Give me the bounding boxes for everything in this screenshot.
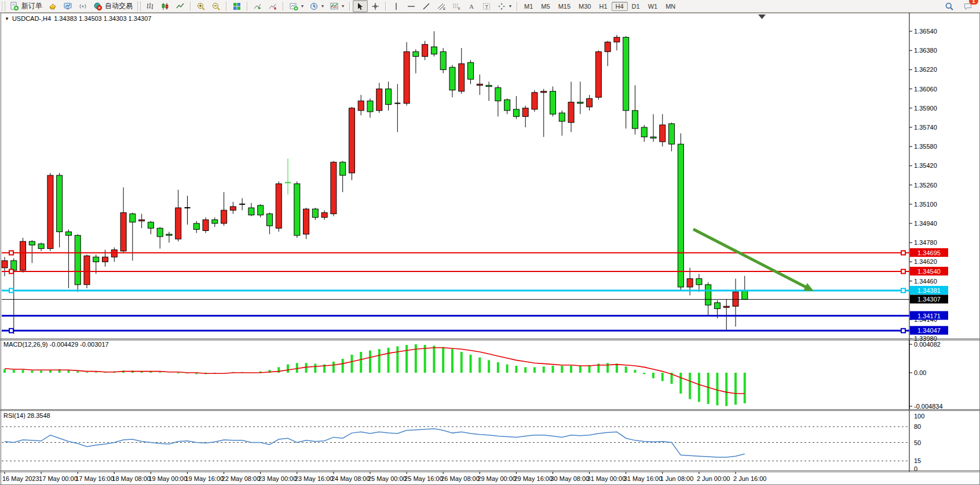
fibonacci-tool-button[interactable]: F — [449, 0, 464, 12]
price-axis-tick-label: 1.34780 — [914, 239, 937, 246]
one-click-trading-collapse-icon[interactable]: ▼ — [5, 16, 9, 21]
candle-body — [331, 162, 337, 214]
tile-windows-icon — [232, 2, 242, 11]
candle-body — [541, 91, 547, 93]
candle-body — [248, 208, 254, 215]
candle-body — [75, 236, 81, 285]
timeframe-button-M15[interactable]: M15 — [554, 2, 575, 11]
virtual-hosting-button[interactable] — [60, 0, 75, 12]
time-axis-label: 19 May 00:00 — [148, 475, 187, 482]
candle-body — [687, 278, 693, 287]
chart-shift-button[interactable] — [265, 0, 280, 12]
timeframe-button-D1[interactable]: D1 — [628, 2, 644, 11]
line-chart-button[interactable] — [173, 0, 188, 12]
timeframe-button-M30[interactable]: M30 — [575, 2, 595, 11]
candle-body — [367, 101, 373, 112]
chart-window[interactable]: 1.365401.363801.362201.360601.359001.357… — [0, 13, 980, 485]
candle-body — [532, 93, 537, 109]
rsi-indicator-label: RSI(14) 28.3548 — [3, 412, 50, 419]
candle-body — [568, 102, 574, 122]
timeframe-button-H1[interactable]: H1 — [595, 2, 611, 11]
clock-icon — [309, 2, 319, 11]
time-axis-label: 2 Jun 00:00 — [697, 475, 730, 482]
time-axis-label: 25 May 00:00 — [368, 475, 407, 482]
cursor-tool-button[interactable] — [353, 0, 368, 12]
search-button[interactable] — [942, 0, 957, 12]
auto-scroll-button[interactable] — [250, 0, 265, 12]
tile-windows-button[interactable] — [229, 0, 244, 12]
price-axis-tick-label: 1.34460 — [914, 278, 937, 285]
price-axis-tick-label: 1.35420 — [914, 162, 937, 169]
cursor-icon — [356, 2, 365, 11]
candle-body — [103, 257, 108, 262]
periods-button[interactable]: ▾ — [306, 0, 327, 12]
candle-body — [577, 102, 583, 103]
text-tool-button[interactable]: A — [464, 0, 479, 12]
trendline-tool-button[interactable] — [419, 0, 434, 12]
candle-body — [595, 52, 601, 97]
price-chart-canvas[interactable]: 1.365401.363801.362201.360601.359001.357… — [0, 13, 980, 485]
macd-indicator-label: MACD(12,26,9) -0.004429 -0.003017 — [3, 341, 109, 348]
fibonacci-icon: F — [452, 2, 461, 11]
candle-body — [11, 260, 17, 270]
timeframe-button-MN[interactable]: MN — [661, 2, 679, 11]
zoom-in-icon — [196, 2, 206, 11]
equidistant-channel-tool-button[interactable]: E — [434, 0, 449, 12]
new-chart-button[interactable]: ▾ — [286, 0, 306, 12]
timeframe-button-W1[interactable]: W1 — [644, 2, 662, 11]
price-axis-tick-label: 1.35740 — [914, 124, 937, 131]
timeframe-button-H4[interactable]: H4 — [612, 2, 628, 11]
vertical-line-tool-button[interactable] — [389, 0, 404, 12]
algo-trading-button[interactable]: 自动交易 — [90, 0, 136, 12]
zoom-in-button[interactable] — [193, 0, 209, 12]
rsi-axis-label: 15 — [914, 457, 921, 464]
line-handle[interactable] — [9, 288, 13, 292]
signals-button[interactable] — [75, 0, 90, 12]
arrows-icon — [497, 2, 506, 11]
indicators-button[interactable]: ▾ — [327, 0, 347, 12]
line-handle[interactable] — [901, 251, 905, 255]
line-handle[interactable] — [901, 288, 905, 292]
horizontal-line-tool-button[interactable] — [404, 0, 419, 12]
text-label-tool-button[interactable]: T — [479, 0, 494, 12]
candle-body — [139, 220, 145, 221]
candle-body — [312, 209, 318, 218]
candlestick-chart-button[interactable] — [158, 0, 173, 12]
mt-terminal-window: 新订单 — [0, 0, 980, 485]
new-order-button[interactable]: 新订单 — [7, 0, 45, 12]
macd-axis-label: -0.004834 — [914, 403, 943, 410]
vps-monitor-icon — [63, 2, 72, 11]
time-axis-label: 29 May 16:00 — [514, 475, 553, 482]
line-handle[interactable] — [901, 270, 905, 274]
notification-count-badge: 1 — [969, 0, 978, 5]
line-handle[interactable] — [9, 251, 13, 255]
line-handle[interactable] — [901, 329, 905, 333]
trendline-icon — [422, 2, 431, 11]
toolbar-right-group: 1 — [942, 0, 980, 12]
toolbar-separator — [190, 2, 191, 11]
line-handle[interactable] — [9, 329, 13, 333]
toolbar-grip[interactable] — [137, 2, 141, 11]
candle-body — [614, 37, 620, 42]
main-toolbar: 新订单 — [0, 0, 980, 13]
line-handle[interactable] — [9, 270, 13, 274]
candle-body — [221, 210, 227, 223]
timeframe-button-M1[interactable]: M1 — [520, 2, 537, 11]
price-axis-tick-label: 1.36540 — [914, 28, 937, 35]
zoom-out-button[interactable] — [209, 0, 224, 12]
crosshair-tool-button[interactable] — [368, 0, 383, 12]
chart-symbol-period: USDCAD-,H4 — [12, 15, 51, 22]
depth-of-market-button[interactable] — [45, 0, 60, 12]
candle-body — [57, 175, 63, 232]
timeframe-button-M5[interactable]: M5 — [537, 2, 554, 11]
candle-body — [349, 108, 354, 173]
time-axis-label: 1 Jun 08:00 — [660, 475, 694, 482]
toolbar-grip[interactable] — [2, 2, 5, 11]
candle-body — [29, 241, 35, 245]
candle-body — [321, 212, 327, 217]
bar-chart-button[interactable] — [142, 0, 158, 12]
arrows-tool-button[interactable]: ▾ — [494, 0, 514, 12]
candle-body — [157, 228, 163, 237]
notifications-button[interactable]: 1 — [960, 0, 975, 12]
candle-body — [431, 47, 437, 54]
